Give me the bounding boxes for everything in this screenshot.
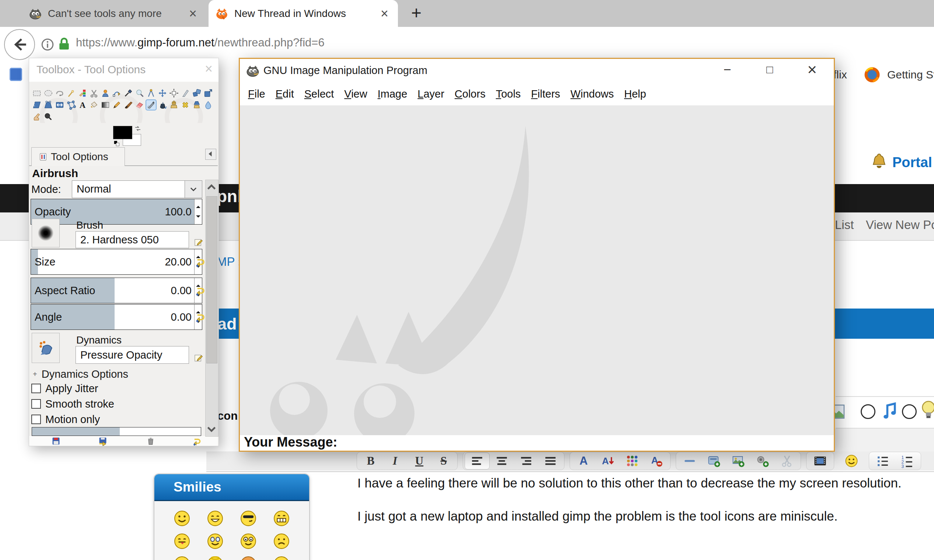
restore-options-icon[interactable] [98, 436, 108, 446]
flip-tool-icon[interactable] [55, 100, 65, 110]
scrollbar[interactable] [205, 180, 219, 437]
move-tool-icon[interactable] [158, 88, 167, 98]
swap-colors-icon[interactable] [134, 125, 142, 132]
tab-tool-options[interactable]: Tool Options [31, 147, 125, 166]
post-icon-radio[interactable] [861, 404, 875, 419]
forum-view-new-posts-link[interactable]: View New Po [866, 218, 934, 232]
align-right-button[interactable] [514, 453, 538, 469]
font-color-button[interactable]: A [572, 453, 596, 469]
bookmark-netflix[interactable]: flix [834, 68, 847, 81]
blush-smiley-icon[interactable] [240, 555, 257, 560]
menu-colors[interactable]: Colors [450, 88, 491, 100]
close-icon[interactable]: × [205, 61, 213, 77]
motion-only-checkbox[interactable] [31, 415, 41, 424]
scroll-down-icon[interactable] [206, 422, 217, 436]
smudge-tool-icon[interactable] [32, 112, 42, 122]
shear-tool-icon[interactable] [32, 100, 42, 110]
scale-tool-icon[interactable] [203, 88, 213, 98]
remove-format-button[interactable]: A [644, 453, 669, 469]
paintbrush-tool-icon[interactable] [123, 100, 133, 110]
undecided-smiley-icon[interactable] [273, 555, 290, 560]
zoom-tool-icon[interactable] [135, 88, 145, 98]
edit-brush-icon[interactable] [193, 237, 204, 248]
insert-film-button[interactable] [808, 453, 832, 469]
reset-size-icon[interactable] [195, 256, 206, 267]
paths-tool-icon[interactable] [112, 88, 122, 98]
info-icon[interactable] [40, 38, 54, 52]
bookmark-icon[interactable] [9, 68, 22, 81]
eraser-tool-icon[interactable] [135, 100, 145, 110]
back-button[interactable] [4, 29, 35, 60]
scrollbar-thumb[interactable] [207, 196, 217, 363]
insert-smiley-button[interactable] [839, 453, 864, 469]
spinner[interactable] [194, 199, 202, 224]
menu-tools[interactable]: Tools [491, 88, 526, 100]
foreground-color-swatch[interactable] [113, 126, 132, 139]
tab-close-icon[interactable]: × [189, 7, 197, 20]
reset-angle-icon[interactable] [195, 311, 206, 323]
maximize-button[interactable]: □ [758, 59, 782, 80]
portal-link[interactable]: Portal [892, 155, 932, 171]
select-by-color-tool-icon[interactable] [78, 88, 87, 98]
rectangle-select-tool-icon[interactable] [32, 88, 42, 98]
bookmark-getting-started[interactable]: Getting Start [887, 68, 934, 81]
reset-aspect-icon[interactable] [195, 285, 206, 296]
cut-button[interactable] [775, 453, 799, 469]
grin-smiley-icon[interactable] [207, 510, 223, 527]
clone-tool-icon[interactable] [169, 100, 179, 110]
crop-tool-icon[interactable] [180, 88, 190, 98]
text-tool-icon[interactable]: A [78, 100, 87, 110]
reset-options-icon[interactable] [192, 436, 202, 446]
horizontal-rule-button[interactable] [678, 453, 702, 469]
numbered-list-button[interactable]: 123 [895, 453, 919, 469]
breadcrumb[interactable]: MP › [217, 255, 242, 269]
italic-button[interactable]: I [383, 453, 407, 469]
dodge-burn-tool-icon[interactable] [43, 112, 53, 122]
delete-options-icon[interactable] [146, 436, 156, 446]
bottom-partial-slider[interactable] [32, 427, 201, 436]
tab-close-icon[interactable]: × [381, 7, 388, 20]
cage-transform-tool-icon[interactable] [66, 100, 76, 110]
pencil-tool-icon[interactable] [112, 100, 122, 110]
post-icon-radio[interactable] [902, 404, 917, 419]
default-colors-icon[interactable] [113, 140, 120, 147]
new-tab-button[interactable]: + [407, 2, 426, 23]
sad-smiley-icon[interactable] [273, 533, 290, 550]
tab-new-thread[interactable]: New Thread in Windows × [208, 0, 398, 27]
scissors-select-tool-icon[interactable] [89, 88, 99, 98]
align-center-button[interactable] [490, 453, 514, 469]
angel-smiley-icon[interactable] [207, 555, 223, 560]
post-thread-button[interactable]: ad [217, 314, 237, 334]
brush-name-field[interactable]: 2. Hardness 050 [76, 231, 189, 248]
measure-tool-icon[interactable] [146, 88, 156, 98]
big-grin-smiley-icon[interactable] [273, 510, 290, 527]
ink-tool-icon[interactable] [158, 100, 167, 110]
perspective-tool-icon[interactable] [43, 100, 53, 110]
menu-layer[interactable]: Layer [412, 88, 450, 100]
forum-list-link[interactable]: List [835, 218, 854, 232]
perspective-clone-tool-icon[interactable] [192, 100, 202, 110]
ellipse-select-tool-icon[interactable] [43, 88, 53, 98]
font-size-button[interactable]: A [596, 453, 620, 469]
bold-button[interactable]: B [359, 453, 383, 469]
menu-image[interactable]: Image [373, 88, 413, 100]
menu-file[interactable]: File [243, 88, 270, 100]
rotate-tool-icon[interactable] [192, 88, 202, 98]
scroll-up-icon[interactable] [206, 180, 217, 195]
mode-dropdown[interactable]: Normal [72, 180, 185, 198]
smile-smiley-icon[interactable] [174, 510, 191, 527]
address-bar[interactable]: https://www.gimp-forum.net/newthread.php… [76, 36, 325, 49]
smooth-stroke-checkbox[interactable] [31, 399, 41, 409]
angle-slider[interactable]: Angle 0.00 [31, 304, 202, 330]
insert-link-button[interactable] [702, 453, 726, 469]
dynamics-thumbnail[interactable] [32, 333, 60, 363]
color-picker-tool-icon[interactable] [123, 88, 133, 98]
edit-dynamics-icon[interactable] [193, 353, 204, 363]
underline-button[interactable]: U [407, 453, 432, 469]
strikethrough-button[interactable]: S [432, 453, 456, 469]
free-select-tool-icon[interactable] [55, 88, 65, 98]
fuzzy-select-tool-icon[interactable] [66, 88, 76, 98]
align-left-button[interactable] [465, 452, 490, 469]
align-tool-icon[interactable] [169, 88, 179, 98]
size-slider[interactable]: Size 20.00 [31, 249, 202, 275]
